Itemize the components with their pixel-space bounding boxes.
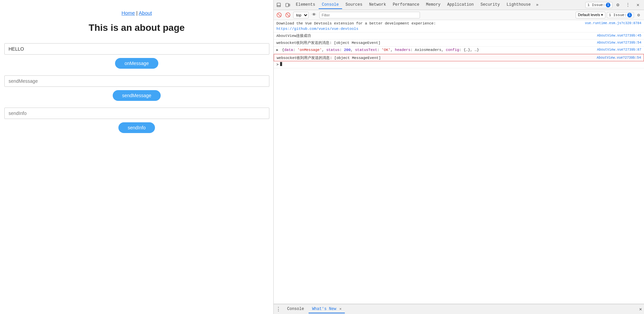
send-info-button[interactable]: sendInfo [118, 122, 155, 133]
console-cursor [280, 62, 282, 66]
devtools-bottom-bar: ⋮ Console What's New ✕ ✕ [274, 304, 644, 314]
console-source[interactable]: AboutView.vue?2739b:54 [581, 40, 641, 46]
inspect-icon[interactable] [275, 1, 283, 9]
console-line-content: AboutView连接成功 [276, 33, 581, 39]
default-levels-button[interactable]: Default levels ▾ [576, 12, 605, 18]
eye-icon[interactable]: 👁 [311, 12, 317, 18]
console-source[interactable]: AboutView.vue?2739b:45 [581, 33, 641, 39]
console-line-content: ▶ {data: 'onMessage', status: 200, statu… [276, 47, 581, 53]
console-line-content: Download the Vue Devtools extension for … [276, 21, 581, 32]
bottom-tab-whats-new[interactable]: What's New ✕ [309, 305, 345, 313]
tab-memory[interactable]: Memory [423, 1, 444, 9]
no-filter-icon[interactable]: 🚫 [284, 12, 291, 18]
console-input-row[interactable]: > [274, 61, 644, 68]
settings-icon[interactable]: ⚙ [614, 1, 622, 9]
context-select[interactable]: top [293, 12, 309, 18]
vue-devtools-link[interactable]: https://github.com/vueis/vue-devtools [276, 27, 358, 31]
send-message-button[interactable]: sendMessage [113, 90, 161, 101]
toolbar-issue-badge[interactable]: 1 Issue: 1 [607, 12, 634, 18]
toolbar-issue-label: 1 Issue: [609, 13, 627, 17]
console-line: websocket收到用户发送的消息: [object MessageEvent… [274, 40, 644, 47]
tab-application[interactable]: Application [444, 1, 477, 9]
issue-count: 1 [606, 3, 610, 7]
send-info-section: sendInfo [0, 108, 273, 136]
more-tabs-btn[interactable]: » [534, 1, 540, 9]
tab-lighthouse[interactable]: Lighthouse [503, 1, 534, 9]
console-source[interactable]: vue.runtime.esm.js?c320:8784 [581, 21, 641, 26]
devtools-tab-bar: Elements Console Sources Network Perform… [274, 0, 644, 10]
close-devtools-icon[interactable]: ✕ [634, 1, 642, 9]
devtools-right-controls: 1 Issue: 1 ⚙ ⋮ ✕ [585, 1, 643, 9]
svg-rect-0 [277, 3, 280, 6]
console-line: ▶ {data: 'onMessage', status: 200, statu… [274, 47, 644, 54]
issue-label: 1 Issue: [587, 3, 605, 7]
toolbar-settings-icon[interactable]: ⚙ [635, 12, 642, 18]
tab-elements[interactable]: Elements [292, 1, 319, 9]
bottom-tab-close-icon[interactable]: ✕ [339, 307, 342, 311]
console-line: AboutView连接成功 AboutView.vue?2739b:45 [274, 33, 644, 40]
bottom-close-icon[interactable]: ✕ [639, 306, 642, 312]
clear-console-icon[interactable]: 🚫 [276, 12, 282, 18]
send-info-input[interactable] [4, 108, 269, 119]
console-source[interactable]: AboutView.vue?2739b:87 [581, 47, 641, 53]
svg-rect-3 [289, 4, 290, 6]
about-link[interactable]: About [139, 10, 152, 16]
tab-performance[interactable]: Performance [389, 1, 423, 9]
console-line-content: websocket收到用户发送的消息: [object MessageEvent… [277, 55, 581, 60]
more-options-icon[interactable]: ⋮ [624, 1, 632, 9]
console-source[interactable]: AboutView.vue?2739b:54 [581, 56, 641, 60]
expand-arrow[interactable]: ▶ [276, 48, 278, 52]
bottom-kebab-icon[interactable]: ⋮ [276, 306, 281, 313]
default-levels: Default levels ▾ 1 Issue: 1 ⚙ [576, 12, 642, 18]
hello-section: HELLO onMessage [0, 43, 273, 72]
issue-badge[interactable]: 1 Issue: 1 [585, 2, 612, 8]
send-message-input[interactable] [4, 75, 269, 87]
filter-input[interactable] [319, 12, 420, 18]
console-output[interactable]: Download the Vue Devtools extension for … [274, 20, 644, 304]
tab-network[interactable]: Network [366, 1, 389, 9]
toolbar-issue-count: 1 [627, 13, 632, 17]
tab-sources[interactable]: Sources [342, 1, 366, 9]
tab-security[interactable]: Security [477, 1, 503, 9]
console-toolbar: 🚫 🚫 top 👁 Default levels ▾ 1 Issue: 1 ⚙ [274, 10, 644, 20]
console-line-content: websocket收到用户发送的消息: [object MessageEvent… [276, 40, 581, 46]
home-link[interactable]: Home [121, 10, 135, 16]
on-message-button[interactable]: onMessage [115, 58, 158, 69]
bottom-tab-console[interactable]: Console [284, 305, 307, 313]
device-icon[interactable] [284, 1, 292, 9]
nav-bar: Home | About [0, 7, 273, 22]
devtools-panel: Elements Console Sources Network Perform… [273, 0, 644, 314]
send-message-section: sendMessage [0, 75, 273, 104]
page-title: This is an about page [0, 22, 273, 33]
console-prompt: > [276, 62, 279, 67]
nav-separator: | [136, 10, 139, 16]
hello-label: HELLO [4, 43, 269, 55]
svg-rect-2 [286, 3, 288, 7]
console-line: Download the Vue Devtools extension for … [274, 20, 644, 33]
app-area: Home | About This is an about page HELLO… [0, 0, 273, 314]
svg-rect-1 [277, 6, 280, 7]
tab-console[interactable]: Console [319, 1, 342, 9]
console-highlighted-line: websocket收到用户发送的消息: [object MessageEvent… [274, 54, 644, 61]
